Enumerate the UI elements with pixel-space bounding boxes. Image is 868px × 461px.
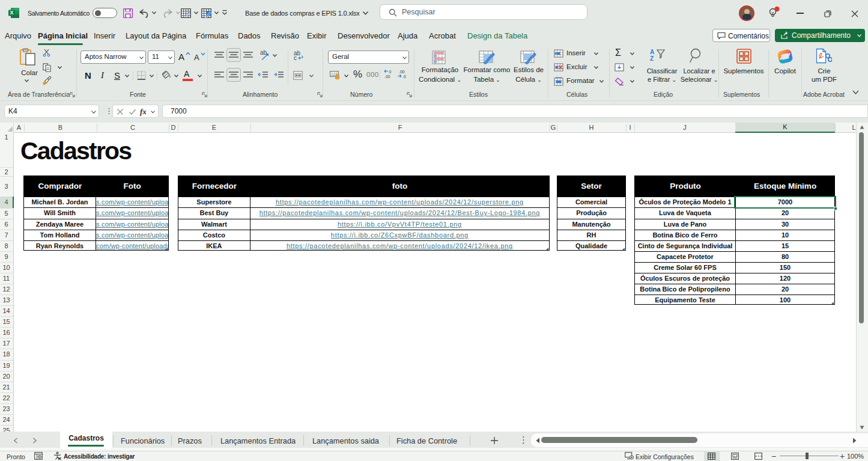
svg-text:ab: ab	[260, 50, 267, 56]
svg-text:.00: .00	[399, 70, 405, 74]
svg-text:c: c	[294, 55, 297, 61]
svg-text:0: 0	[389, 70, 392, 74]
svg-text:A: A	[650, 49, 654, 55]
svg-text:Z: Z	[650, 55, 654, 62]
svg-text:.0: .0	[402, 75, 406, 79]
svg-text:.00: .00	[384, 75, 390, 79]
svg-text:X: X	[10, 10, 13, 16]
